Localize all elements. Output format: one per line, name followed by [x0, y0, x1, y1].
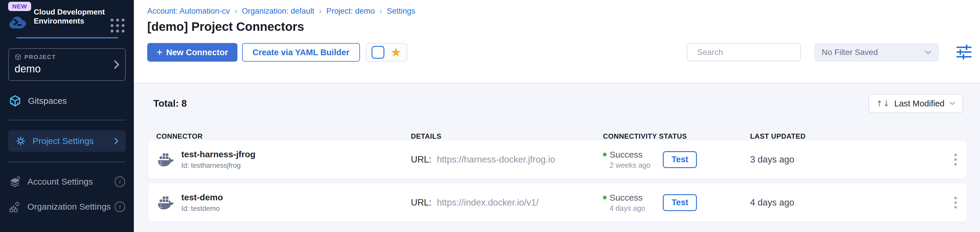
breadcrumb-account-link[interactable]: Account: Automation-cv — [147, 7, 230, 16]
success-dot-icon — [603, 195, 607, 199]
details-cell: URL: https://index.docker.io/v1/ — [411, 197, 603, 208]
create-via-yaml-builder-button[interactable]: Create via YAML Builder — [242, 43, 360, 62]
favorites-filter-group: ★ — [366, 43, 407, 62]
sidebar-item-organization-settings[interactable]: Organization Settings i — [0, 198, 134, 216]
url-label: URL: — [411, 197, 431, 208]
status-text: Success — [609, 193, 643, 203]
connector-name: test-demo — [181, 192, 223, 202]
project-selector[interactable]: PROJECT demo — [8, 48, 126, 81]
sidebar-item-gitspaces[interactable]: Gitspaces — [0, 92, 134, 110]
row-menu-button[interactable] — [952, 151, 959, 168]
gear-icon — [15, 135, 26, 146]
success-dot-icon — [603, 153, 607, 156]
connectivity-status-cell: Success 4 days ago Test — [603, 193, 750, 213]
total-count: Total: 8 — [153, 98, 187, 109]
chevron-down-icon — [925, 50, 932, 55]
filter-sliders-button[interactable] — [955, 44, 973, 61]
search-input[interactable] — [697, 48, 803, 57]
last-updated-cell: 4 days ago — [750, 197, 944, 208]
connector-name: test-harness-jfrog — [181, 149, 256, 159]
project-selector-value: demo — [14, 63, 119, 75]
logo-underline — [16, 37, 118, 38]
last-updated-cell: 3 days ago — [750, 154, 944, 165]
url-value: https://harness-docker.jfrog.io — [437, 154, 555, 165]
list-summary-row: Total: 8 ↑↓ Last Modified — [153, 94, 963, 113]
info-icon[interactable]: i — [115, 176, 125, 187]
url-value: https://index.docker.io/v1/ — [437, 197, 539, 208]
sort-value: Last Modified — [894, 99, 945, 108]
sidebar-item-label: Project Settings — [33, 136, 94, 146]
account-settings-icon — [9, 176, 21, 188]
project-selector-label: PROJECT — [24, 54, 56, 60]
url-label: URL: — [411, 154, 431, 165]
sort-dropdown[interactable]: ↑↓ Last Modified — [869, 94, 963, 113]
status-text: Success — [609, 150, 643, 160]
row-menu-button[interactable] — [952, 194, 959, 211]
page-header: Account: Automation-cv › Organization: d… — [134, 0, 980, 83]
star-icon[interactable]: ★ — [390, 46, 401, 59]
breadcrumb-settings-link[interactable]: Settings — [387, 7, 415, 16]
sidebar-item-label: Gitspaces — [28, 96, 67, 106]
plus-icon: + — [156, 47, 163, 57]
saved-filter-dropdown[interactable]: No Filter Saved — [815, 43, 939, 61]
chevron-right-icon — [114, 137, 119, 145]
column-header-connectivity-status: CONNECTIVITY STATUS — [603, 132, 750, 140]
sidebar-item-account-settings[interactable]: Account Settings i — [0, 173, 134, 191]
connector-id: Id: testharnessjfrog — [181, 161, 256, 170]
connector-cell: test-harness-jfrog Id: testharnessjfrog — [156, 149, 411, 170]
gitspaces-icon — [9, 94, 22, 107]
column-header-last-updated: LAST UPDATED — [750, 132, 944, 140]
breadcrumb-organization-link[interactable]: Organization: default — [242, 7, 314, 16]
sidebar-item-label: Organization Settings — [27, 202, 111, 211]
sidebar: NEW Cloud Development Environments P — [0, 0, 134, 232]
connector-id: Id: testdemo — [181, 204, 223, 213]
cloud-logo-icon — [8, 13, 27, 29]
new-connector-label: New Connector — [166, 48, 228, 57]
cube-icon — [14, 54, 22, 60]
breadcrumb-project-link[interactable]: Project: demo — [326, 7, 375, 16]
saved-filter-value: No Filter Saved — [822, 48, 878, 57]
search-box — [687, 43, 801, 61]
breadcrumb-separator: › — [379, 6, 382, 16]
column-header-details: DETAILS — [411, 132, 603, 140]
docker-icon — [156, 194, 174, 211]
page-title: [demo] Project Connectors — [147, 20, 973, 34]
table-row[interactable]: test-demo Id: testdemo URL: https://inde… — [148, 183, 967, 221]
apps-grid-icon[interactable] — [111, 19, 124, 33]
chevron-down-icon — [949, 102, 956, 105]
chevron-right-icon — [113, 60, 120, 70]
sidebar-item-label: Account Settings — [27, 177, 93, 187]
sidebar-divider — [8, 162, 126, 162]
table-row[interactable]: test-harness-jfrog Id: testharnessjfrog … — [148, 140, 967, 178]
breadcrumb-separator: › — [234, 6, 237, 16]
filter-sliders-icon — [955, 44, 973, 60]
logo-block: NEW Cloud Development Environments — [0, 0, 134, 38]
connectors-list: Total: 8 ↑↓ Last Modified CONNECTOR DETA… — [134, 83, 980, 232]
toolbar: + New Connector Create via YAML Builder … — [147, 43, 973, 62]
status-time: 4 days ago — [609, 204, 663, 213]
column-header-connector: CONNECTOR — [156, 132, 411, 140]
details-cell: URL: https://harness-docker.jfrog.io — [411, 154, 603, 165]
docker-icon — [156, 151, 174, 168]
sort-arrows-icon: ↑↓ — [876, 99, 890, 108]
product-title: Cloud Development Environments — [34, 8, 106, 25]
organization-settings-icon — [9, 200, 21, 213]
status-time: 2 weeks ago — [609, 161, 663, 170]
table-header-row: CONNECTOR DETAILS CONNECTIVITY STATUS LA… — [148, 132, 967, 140]
connector-cell: test-demo Id: testdemo — [156, 192, 411, 213]
breadcrumb-separator: › — [319, 6, 321, 16]
new-badge: NEW — [8, 2, 31, 11]
sidebar-divider — [8, 120, 126, 120]
info-icon[interactable]: i — [115, 202, 125, 212]
breadcrumb: Account: Automation-cv › Organization: d… — [147, 6, 973, 16]
test-button[interactable]: Test — [663, 194, 697, 211]
test-button[interactable]: Test — [663, 151, 697, 168]
new-connector-button[interactable]: + New Connector — [147, 43, 237, 62]
sidebar-item-project-settings[interactable]: Project Settings — [8, 130, 126, 152]
app-screen: NEW Cloud Development Environments P — [0, 0, 980, 232]
connectivity-status-cell: Success 2 weeks ago Test — [603, 150, 750, 170]
favorites-checkbox[interactable] — [372, 46, 384, 59]
